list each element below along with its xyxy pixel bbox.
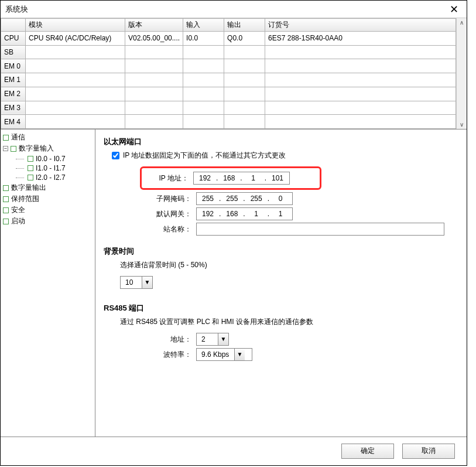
- row-module[interactable]: [26, 101, 125, 115]
- station-name-input[interactable]: [196, 223, 444, 236]
- rs485-baud-value: 9.6 Kbps: [197, 350, 234, 359]
- tree-safety[interactable]: 安全: [2, 204, 94, 216]
- table-row[interactable]: EM 2: [1, 87, 456, 101]
- mask-oct-1[interactable]: [198, 195, 218, 203]
- tree-comm[interactable]: 通信: [2, 132, 94, 143]
- row-output: Q0.0: [224, 32, 265, 46]
- window-title: 系统块: [5, 4, 28, 15]
- button-bar: 确定 取消: [1, 437, 467, 465]
- row-input: [183, 87, 224, 101]
- row-output: [224, 87, 265, 101]
- row-input: I0.0: [183, 32, 224, 46]
- row-input: [183, 101, 224, 115]
- row-output: [224, 59, 265, 73]
- chevron-down-icon[interactable]: ▼: [142, 277, 152, 288]
- subnet-mask-input[interactable]: . . .: [196, 192, 293, 205]
- row-version: V02.05.00_00....: [125, 32, 183, 46]
- gateway-input[interactable]: . . .: [196, 207, 293, 220]
- row-version: [125, 101, 183, 115]
- ok-button[interactable]: 确定: [341, 444, 394, 459]
- ip-oct-3[interactable]: [244, 174, 263, 182]
- mask-oct-3[interactable]: [246, 195, 266, 203]
- cancel-button[interactable]: 取消: [402, 444, 455, 459]
- col-input: 输入: [183, 19, 224, 32]
- scroll-down-icon[interactable]: ∨: [460, 121, 464, 128]
- table-row[interactable]: SB: [1, 45, 456, 59]
- row-order: [265, 87, 456, 101]
- row-module[interactable]: [26, 59, 125, 73]
- row-order: [265, 115, 456, 129]
- station-label: 站名称：: [145, 224, 196, 234]
- row-input: [183, 115, 224, 129]
- tree-din-0[interactable]: I0.0 - I0.7: [2, 154, 94, 163]
- content-panel: 以太网端口 IP 地址数据固定为下面的值，不能通过其它方式更改 IP 地址： .…: [95, 129, 467, 437]
- tree-din-2[interactable]: I2.0 - I2.7: [2, 173, 94, 182]
- row-order: [265, 101, 456, 115]
- tree-dout[interactable]: 数字量输出: [2, 182, 94, 193]
- tree-din-1[interactable]: I1.0 - I1.7: [2, 163, 94, 173]
- row-slot: EM 0: [1, 59, 26, 73]
- tree-startup[interactable]: 启动: [2, 216, 94, 227]
- row-input: [183, 73, 224, 87]
- row-output: [224, 115, 265, 129]
- row-slot: EM 2: [1, 87, 26, 101]
- row-input: [183, 45, 224, 59]
- row-module[interactable]: [26, 73, 125, 87]
- close-icon[interactable]: ✕: [446, 3, 462, 16]
- gw-oct-3[interactable]: [246, 210, 266, 218]
- row-output: [224, 73, 265, 87]
- table-row[interactable]: EM 3: [1, 101, 456, 115]
- nav-tree: 通信 −数字量输入 I0.0 - I0.7 I1.0 - I1.7 I2.0 -…: [1, 129, 95, 437]
- col-module: 模块: [26, 19, 125, 32]
- rs485-note: 通过 RS485 设置可调整 PLC 和 HMI 设备用来通信的通信参数: [120, 317, 458, 327]
- gw-oct-4[interactable]: [270, 210, 290, 218]
- row-output: [224, 101, 265, 115]
- eth-title: 以太网端口: [104, 137, 458, 147]
- bgtime-title: 背景时间: [104, 246, 458, 257]
- row-version: [125, 87, 183, 101]
- table-row[interactable]: EM 4: [1, 115, 456, 129]
- gw-oct-2[interactable]: [222, 210, 242, 218]
- ip-oct-2[interactable]: [219, 174, 239, 182]
- mask-label: 子网掩码：: [145, 194, 196, 204]
- rs485-addr-select[interactable]: 2 ▼: [196, 333, 229, 346]
- row-slot: CPU: [1, 32, 26, 46]
- row-version: [125, 73, 183, 87]
- col-blank: [1, 19, 26, 32]
- bgtime-note: 选择通信背景时间 (5 - 50%): [120, 260, 458, 270]
- ip-oct-4[interactable]: [268, 174, 287, 182]
- ip-fixed-checkbox[interactable]: [112, 152, 119, 159]
- row-version: [125, 45, 183, 59]
- row-module[interactable]: [26, 87, 125, 101]
- row-module[interactable]: CPU SR40 (AC/DC/Relay): [26, 32, 125, 46]
- mask-oct-2[interactable]: [222, 195, 242, 203]
- row-module[interactable]: [26, 45, 125, 59]
- titlebar: 系统块 ✕: [1, 1, 467, 18]
- chevron-down-icon[interactable]: ▼: [234, 349, 245, 360]
- module-table[interactable]: 模块 版本 输入 输出 订货号 CPUCPU SR40 (AC/DC/Relay…: [1, 18, 456, 129]
- chevron-down-icon[interactable]: ▼: [218, 333, 228, 345]
- ip-label: IP 地址：: [142, 173, 193, 183]
- rs485-baud-select[interactable]: 9.6 Kbps ▼: [196, 348, 252, 361]
- row-slot: EM 4: [1, 115, 26, 129]
- gw-oct-1[interactable]: [198, 210, 218, 218]
- col-version: 版本: [125, 19, 183, 32]
- table-row[interactable]: EM 0: [1, 59, 456, 73]
- row-module[interactable]: [26, 115, 125, 129]
- row-slot: EM 3: [1, 101, 26, 115]
- row-output: [224, 45, 265, 59]
- rs485-baud-label: 波特率：: [145, 350, 196, 360]
- table-row[interactable]: EM 1: [1, 73, 456, 87]
- scroll-up-icon[interactable]: ∧: [460, 19, 464, 26]
- row-version: [125, 115, 183, 129]
- row-order: 6ES7 288-1SR40-0AA0: [265, 32, 456, 46]
- mask-oct-4[interactable]: [270, 195, 290, 203]
- row-slot: SB: [1, 45, 26, 59]
- table-scrollbar[interactable]: ∧ ∨: [456, 18, 467, 129]
- ip-oct-1[interactable]: [195, 174, 215, 182]
- table-row[interactable]: CPUCPU SR40 (AC/DC/Relay)V02.05.00_00...…: [1, 32, 456, 46]
- bgtime-select[interactable]: 10 ▼: [120, 276, 153, 289]
- tree-din[interactable]: −数字量输入: [2, 143, 94, 154]
- ip-address-input[interactable]: . . .: [193, 172, 290, 185]
- tree-retain[interactable]: 保持范围: [2, 193, 94, 204]
